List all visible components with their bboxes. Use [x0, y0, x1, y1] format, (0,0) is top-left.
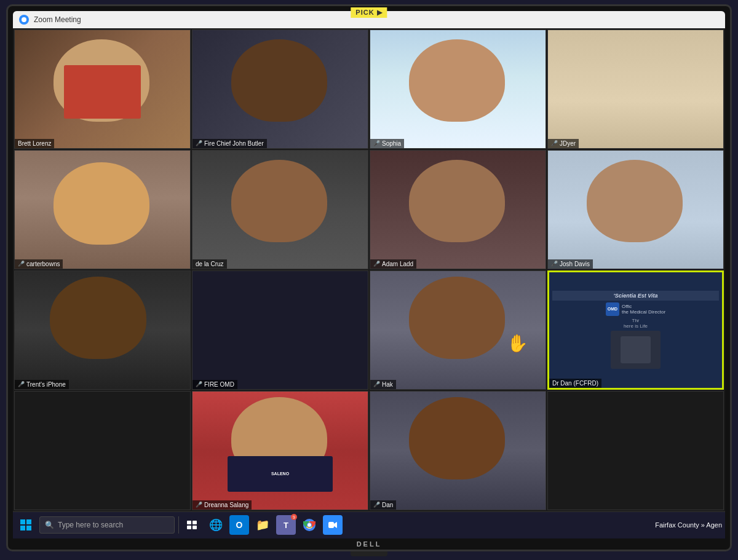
video-tile-drdan[interactable]: 'Scientia Est Vita OMD Offic the Medical… — [547, 270, 724, 390]
screen-share-line2: the Medical Director — [622, 309, 665, 315]
svg-rect-2 — [20, 526, 25, 530]
svg-point-11 — [308, 523, 311, 527]
name-hak: Hak — [382, 381, 393, 388]
mute-icon-hak: 🎤 — [373, 381, 380, 387]
mute-icon-trent: 🎤 — [18, 381, 25, 387]
screen-share-line3: Thr — [632, 318, 640, 323]
video-tile-john[interactable]: 🎤 Fire Chief John Butler — [192, 30, 368, 149]
name-trent: Trent's iPhone — [26, 381, 66, 388]
video-grid: Brett Lorenz 🎤 Fire Chief John Butler — [13, 28, 725, 511]
zoom-title: Zoom Meeting — [34, 15, 81, 24]
svg-rect-7 — [192, 526, 197, 529]
name-dreanna: Dreanna Salang — [204, 502, 248, 508]
name-john: Fire Chief John Butler — [204, 140, 264, 147]
video-tile-fireOMD[interactable]: 🎤 FIRE OMD — [192, 270, 368, 390]
label-carter: 🎤 carterbowns — [15, 259, 63, 269]
mute-icon-dan2: 🎤 — [373, 502, 380, 508]
name-adamladd: Adam Ladd — [382, 261, 413, 267]
name-sophia: Sophia — [382, 140, 401, 147]
name-carter: carterbowns — [26, 261, 60, 267]
monitor-stand — [351, 551, 387, 556]
screen-share-header: 'Scientia Est Vita — [552, 291, 719, 301]
name-brett: Brett Lorenz — [18, 140, 51, 147]
video-tile-dan2[interactable]: 🎤 Dan — [370, 391, 546, 510]
label-joshdavis: 🎤 Josh Davis — [548, 259, 593, 269]
label-dan2: 🎤 Dan — [370, 500, 396, 510]
mute-icon-joshdavis: 🎤 — [551, 261, 558, 267]
label-sophia: 🎤 Sophia — [370, 139, 404, 148]
label-jdyer: 🎤 JDyer — [548, 139, 579, 148]
label-brett: Brett Lorenz — [15, 139, 54, 148]
dell-logo: DELL — [357, 540, 382, 548]
omd-badge: OMD — [606, 302, 619, 316]
taskbar: 🔍 Type here to search 🌐 O — [13, 511, 725, 538]
teams-icon[interactable]: T 9 — [276, 515, 296, 535]
video-tile-trent[interactable]: 🎤 Trent's iPhone — [14, 270, 191, 390]
screen-share-line4: here is Life — [624, 323, 648, 329]
screen-share-logo: OMD Offic the Medical Director — [606, 302, 665, 316]
zoom-app-icon — [19, 15, 29, 25]
screen: Zoom Meeting Brett Lorenz — [13, 11, 725, 538]
mute-icon-jdyer: 🎤 — [551, 140, 558, 146]
video-tile-empty1 — [14, 391, 191, 510]
outlook-icon[interactable]: O — [229, 515, 249, 535]
edge-icon[interactable]: 🌐 — [206, 515, 226, 535]
taskview-button[interactable] — [183, 515, 202, 535]
mute-icon-sophia: 🎤 — [373, 140, 380, 146]
svg-rect-6 — [187, 526, 191, 529]
video-tile-jdyer[interactable]: 🎤 JDyer — [547, 30, 724, 149]
svg-marker-13 — [334, 522, 337, 528]
chrome-icon[interactable] — [300, 515, 319, 535]
svg-rect-0 — [20, 519, 25, 524]
zoom-meeting-area: Brett Lorenz 🎤 Fire Chief John Butler — [13, 28, 725, 511]
label-delacruz: de la Cruz — [192, 259, 227, 269]
svg-rect-12 — [328, 522, 334, 528]
screen-share-person — [611, 331, 661, 369]
video-tile-sophia[interactable]: 🎤 Sophia — [370, 30, 546, 149]
video-tile-joshdavis[interactable]: 🎤 Josh Davis — [547, 150, 724, 269]
dell-area: DELL — [13, 538, 725, 550]
screen-share-line1: Offic — [622, 304, 665, 309]
label-fireOMD: 🎤 FIRE OMD — [192, 380, 237, 389]
taskbar-right: Fairfax County » Agen — [655, 521, 722, 529]
name-drdan: Dr Dan (FCFRD) — [552, 380, 598, 387]
label-drdan: Dr Dan (FCFRD) — [549, 379, 601, 388]
label-john: 🎤 Fire Chief John Butler — [192, 139, 267, 148]
svg-rect-5 — [192, 521, 197, 524]
windows-start-button[interactable] — [16, 515, 36, 535]
sticky-note: PICK ▶ — [351, 7, 387, 18]
video-tile-brett[interactable]: Brett Lorenz — [14, 30, 191, 149]
name-dan2: Dan — [382, 502, 393, 508]
mute-icon-carter: 🎤 — [18, 261, 25, 267]
monitor-frame: PICK ▶ Zoom Meeting Brett Lorenz — [6, 4, 732, 551]
label-adamladd: 🎤 Adam Ladd — [370, 259, 416, 269]
svg-rect-1 — [26, 519, 31, 524]
mute-icon-fireOMD: 🎤 — [196, 381, 202, 387]
svg-rect-4 — [187, 521, 191, 524]
mute-icon-adamladd: 🎤 — [373, 261, 380, 267]
label-hak: 🎤 Hak — [370, 380, 396, 389]
label-trent: 🎤 Trent's iPhone — [15, 380, 69, 389]
video-tile-carter[interactable]: 🎤 carterbowns — [14, 150, 191, 269]
video-tile-hak[interactable]: ✋ 🎤 Hak — [370, 270, 546, 390]
name-delacruz: de la Cruz — [196, 261, 224, 267]
taskbar-sep1 — [178, 516, 179, 534]
mute-icon-dreanna: 🎤 — [196, 502, 202, 508]
taskbar-search[interactable]: 🔍 Type here to search — [39, 516, 175, 534]
search-icon: 🔍 — [45, 521, 54, 529]
label-dreanna: 🎤 Dreanna Salang — [192, 500, 252, 510]
video-tile-dreanna[interactable]: SALENO 🎤 Dreanna Salang — [192, 391, 368, 510]
drdan-screen-share: 'Scientia Est Vita OMD Offic the Medical… — [549, 272, 722, 388]
file-explorer-icon[interactable]: 📁 — [253, 515, 272, 535]
video-tile-adamladd[interactable]: 🎤 Adam Ladd — [370, 150, 546, 269]
name-fireOMD: FIRE OMD — [204, 381, 234, 388]
search-placeholder: Type here to search — [58, 521, 123, 529]
name-joshdavis: Josh Davis — [560, 261, 590, 267]
svg-rect-3 — [26, 526, 31, 530]
video-tile-empty2 — [547, 391, 724, 510]
zoom-taskbar-icon[interactable] — [323, 515, 343, 535]
mute-icon-john: 🎤 — [196, 140, 202, 146]
taskbar-right-text: Fairfax County » Agen — [655, 521, 722, 529]
name-jdyer: JDyer — [560, 140, 576, 147]
video-tile-delacruz[interactable]: de la Cruz — [192, 150, 368, 269]
